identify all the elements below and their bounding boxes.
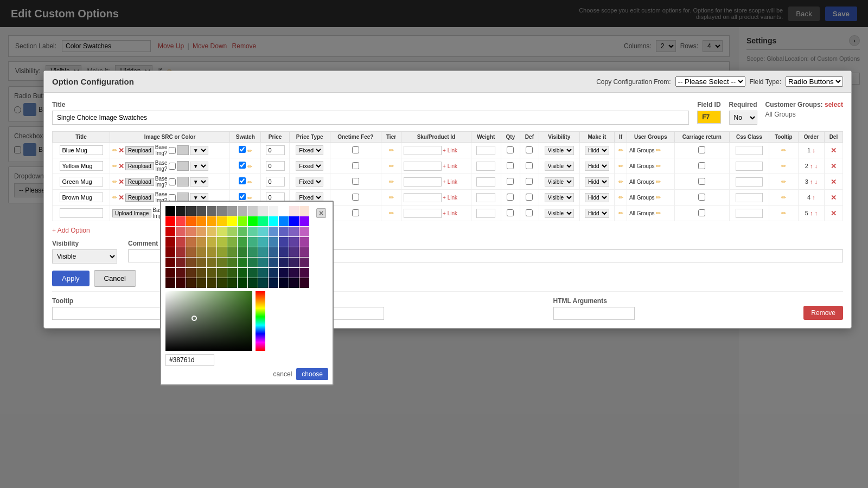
tier-pencil-1[interactable]: ✏ <box>389 163 394 169</box>
color-swatch-cell[interactable] <box>176 206 186 216</box>
color-swatch-cell[interactable] <box>258 278 268 288</box>
css-class-input-3[interactable] <box>736 193 763 202</box>
color-swatch-cell[interactable] <box>289 216 299 226</box>
color-swatch-cell[interactable] <box>207 227 216 236</box>
make-it-sel-3[interactable]: Hidd <box>585 193 609 202</box>
color-swatch-cell[interactable] <box>227 268 237 278</box>
css-class-input-2[interactable] <box>736 177 763 187</box>
base-img-check-2[interactable] <box>169 178 176 185</box>
def-check-3[interactable] <box>526 194 533 201</box>
weight-input-1[interactable] <box>476 162 495 171</box>
edit-icon-2[interactable]: ✏ <box>112 178 117 185</box>
color-swatch-cell[interactable] <box>207 247 216 257</box>
vis-sel-3[interactable]: Visible <box>545 193 574 202</box>
color-picker-close[interactable]: × <box>316 208 326 218</box>
del-icon-1[interactable]: ✕ <box>831 162 837 170</box>
color-swatch-cell[interactable] <box>238 258 247 267</box>
def-check-0[interactable] <box>526 146 533 153</box>
apply-button[interactable]: Apply <box>52 271 90 286</box>
weight-input-4[interactable] <box>476 209 495 218</box>
reupload-btn-3[interactable]: Reupload <box>125 194 154 202</box>
color-swatch-cell[interactable] <box>299 237 309 247</box>
color-swatch-cell[interactable] <box>248 268 258 278</box>
color-swatch-cell[interactable] <box>207 216 216 226</box>
del-icon-4[interactable]: ✕ <box>831 209 837 217</box>
color-swatch-cell[interactable] <box>238 227 247 236</box>
color-swatch-cell[interactable] <box>196 247 206 257</box>
color-swatch-cell[interactable] <box>176 237 186 247</box>
color-swatch-cell[interactable] <box>289 237 299 247</box>
color-swatch-cell[interactable] <box>186 206 196 216</box>
tier-pencil-2[interactable]: ✏ <box>389 178 394 185</box>
color-swatch-cell[interactable] <box>269 237 278 247</box>
def-check-2[interactable] <box>526 178 533 185</box>
def-check-1[interactable] <box>526 162 533 169</box>
ug-pencil-2[interactable]: ✏ <box>656 178 661 185</box>
color-swatch-cell[interactable] <box>258 237 268 247</box>
color-swatch-cell[interactable] <box>186 268 196 278</box>
color-swatch-cell[interactable] <box>207 268 216 278</box>
color-swatch-cell[interactable] <box>238 268 247 278</box>
color-swatch-cell[interactable] <box>289 206 299 216</box>
make-it-sel-2[interactable]: Hidd <box>585 177 609 187</box>
color-swatch-cell[interactable] <box>217 258 227 267</box>
color-swatch-cell[interactable] <box>269 247 278 257</box>
onetime-check-0[interactable] <box>352 146 359 153</box>
color-swatch-cell[interactable] <box>238 216 247 226</box>
color-swatch-cell[interactable] <box>299 206 309 216</box>
field-type-select[interactable]: Radio Buttons <box>786 76 843 87</box>
edit-icon-3[interactable]: ✏ <box>112 194 117 201</box>
order-up-2[interactable]: ↑ <box>810 178 813 185</box>
color-swatch-cell[interactable] <box>248 227 258 236</box>
color-swatch-cell[interactable] <box>258 247 268 257</box>
html-args-input[interactable] <box>553 307 635 320</box>
qty-check-1[interactable] <box>507 162 514 169</box>
order-down-2[interactable]: ↓ <box>814 178 818 185</box>
color-swatch-cell[interactable] <box>238 237 247 247</box>
swatch-check-3[interactable] <box>239 193 246 200</box>
color-swatch-cell[interactable] <box>227 237 237 247</box>
color-swatch-cell[interactable] <box>258 216 268 226</box>
color-swatch-cell[interactable] <box>299 227 309 236</box>
onetime-check-4[interactable] <box>352 209 359 216</box>
swatch-pencil-1[interactable]: ✏ <box>247 163 252 170</box>
color-swatch-cell[interactable] <box>196 216 206 226</box>
color-swatch-cell[interactable] <box>186 216 196 226</box>
color-swatch-cell[interactable] <box>289 258 299 267</box>
swatch-check-0[interactable] <box>239 146 246 153</box>
link-plus-1[interactable]: + Link <box>443 163 457 169</box>
color-swatch-cell[interactable] <box>196 227 206 236</box>
weight-input-0[interactable] <box>476 146 495 155</box>
swatch-pencil-2[interactable]: ✏ <box>247 179 252 185</box>
price-input-0[interactable] <box>266 145 285 155</box>
color-swatch-cell[interactable] <box>269 278 278 288</box>
color-swatch-cell[interactable] <box>176 227 186 236</box>
color-swatch-cell[interactable] <box>186 247 196 257</box>
qty-check-2[interactable] <box>507 178 514 185</box>
order-up-last[interactable]: ↑ <box>814 210 818 216</box>
if-pencil-4[interactable]: ✏ <box>618 210 623 216</box>
color-swatch-cell[interactable] <box>176 258 186 267</box>
price-type-1[interactable]: Fixed <box>296 161 323 171</box>
color-choose-button[interactable]: choose <box>296 368 328 380</box>
sku-input-1[interactable] <box>404 162 442 171</box>
color-swatch-cell[interactable] <box>299 216 309 226</box>
color-swatch-cell[interactable] <box>248 216 258 226</box>
make-it-sel-0[interactable]: Hidd <box>585 146 609 155</box>
color-swatch-cell[interactable] <box>299 247 309 257</box>
color-swatch-cell[interactable] <box>258 268 268 278</box>
qty-check-0[interactable] <box>507 146 514 153</box>
remove-icon-1[interactable]: ✕ <box>118 162 124 170</box>
price-input-2[interactable] <box>266 177 285 187</box>
img-sel-2[interactable]: ▼ <box>190 177 208 187</box>
color-swatch-cell[interactable] <box>299 258 309 267</box>
color-swatch-cell[interactable] <box>217 227 227 236</box>
color-swatch-cell[interactable] <box>217 247 227 257</box>
reupload-btn-0[interactable]: Reupload <box>125 146 154 155</box>
make-it-sel-1[interactable]: Hidd <box>585 162 609 171</box>
color-spectrum[interactable] <box>256 291 265 351</box>
color-swatch-cell[interactable] <box>217 216 227 226</box>
swatch-check-1[interactable] <box>239 162 246 169</box>
link-plus-4[interactable]: + Link <box>443 210 457 216</box>
color-swatch-cell[interactable] <box>186 258 196 267</box>
